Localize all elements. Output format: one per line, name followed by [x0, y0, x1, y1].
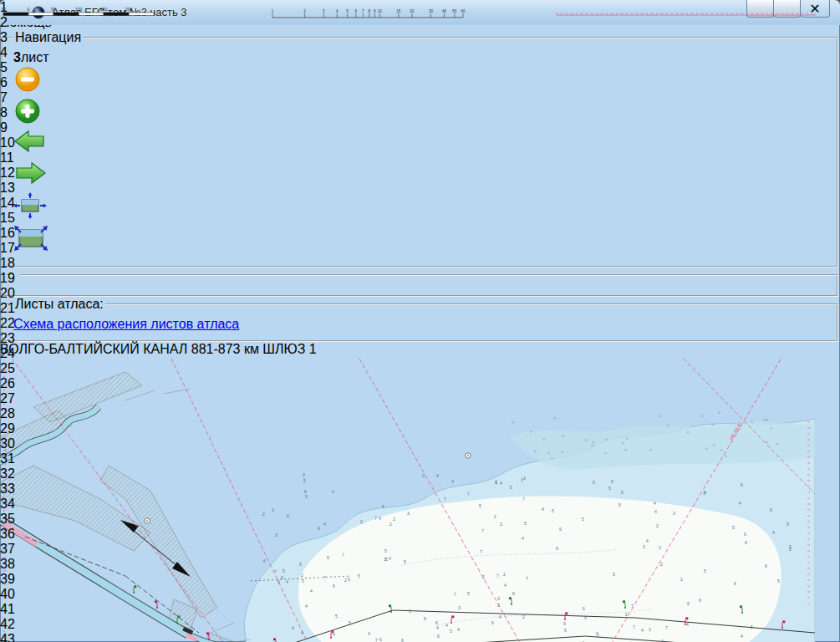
sheet-button-13[interactable]: 13 [0, 181, 840, 196]
app-window: Атлас ЕГС том №3 часть 3 ✕ Файл Помощь Н… [0, 0, 840, 642]
sheet-button-32[interactable]: 32 [0, 466, 840, 482]
svg-text:5: 5 [346, 9, 349, 13]
atlas-sheets-group: Листы атласа: 12345678910111213141516171… [2, 297, 838, 342]
sheet-button-21[interactable]: 21 [0, 301, 840, 316]
sheet-button-9[interactable]: 9 [0, 120, 840, 135]
sheet-button-39[interactable]: 39 [0, 572, 840, 587]
svg-text:15: 15 [396, 9, 401, 13]
sheet-button-6[interactable]: 6 [0, 75, 840, 90]
sheet-button-18[interactable]: 18 [0, 256, 840, 271]
sheet-button-26[interactable]: 26 [0, 376, 840, 391]
svg-text:20: 20 [410, 9, 415, 13]
svg-text:50: 50 [2, 7, 6, 12]
sheet-button-8[interactable]: 8 [0, 105, 840, 120]
sheet-button-43[interactable]: 43 [0, 632, 840, 642]
svg-text:1: 1 [272, 9, 274, 13]
svg-text:10: 10 [378, 9, 383, 13]
sheet-button-19[interactable]: 19 [0, 271, 840, 286]
log-scale-bar: 1 2 3 4 5 6 7 8 9 10 15 20 30 40 50 60 [269, 7, 478, 20]
sheet-button-29[interactable]: 29 [0, 421, 840, 436]
distance-scale-bar [555, 7, 818, 20]
svg-text:8: 8 [369, 9, 371, 13]
svg-text:9: 9 [374, 9, 376, 13]
sheet-button-4[interactable]: 4 [0, 45, 840, 60]
sheet-button-33[interactable]: 33 [0, 482, 840, 497]
sheet-button-11[interactable]: 11 [0, 150, 840, 166]
sheet-button-27[interactable]: 27 [0, 391, 840, 406]
svg-text:6: 6 [355, 9, 358, 13]
sheet-button-42[interactable]: 42 [0, 617, 840, 632]
sheet-button-16[interactable]: 16 [0, 226, 840, 241]
sheet-button-24[interactable]: 24 [0, 346, 840, 361]
sheet-button-14[interactable]: 14 [0, 196, 840, 211]
sheet-button-17[interactable]: 17 [0, 241, 840, 256]
svg-text:50: 50 [452, 9, 457, 13]
sheet-button-12[interactable]: 12 [0, 166, 840, 181]
svg-text:2: 2 [303, 9, 306, 13]
svg-text:7: 7 [362, 9, 364, 13]
sheet-button-41[interactable]: 41 [0, 602, 840, 617]
svg-text:30: 30 [429, 9, 434, 13]
sheet-button-5[interactable]: 5 [0, 60, 840, 75]
svg-text:3: 3 [323, 9, 325, 13]
svg-text:40: 40 [442, 9, 447, 13]
svg-text:100: 100 [75, 7, 83, 12]
sheet-button-38[interactable]: 38 [0, 557, 840, 572]
sheet-buttons-container: 1234567891011121314151617181920212223242… [0, 0, 840, 642]
sheet-button-15[interactable]: 15 [0, 211, 840, 226]
sheet-button-7[interactable]: 7 [0, 90, 840, 105]
svg-text:0: 0 [28, 7, 30, 12]
sheet-button-23[interactable]: 23 [0, 331, 840, 346]
sheet-button-25[interactable]: 25 [0, 361, 840, 376]
sheet-button-37[interactable]: 37 [0, 542, 840, 557]
sheet-button-10[interactable]: 10 [0, 135, 840, 150]
sheet-button-31[interactable]: 31 [0, 451, 840, 466]
sheet-button-20[interactable]: 20 [0, 286, 840, 301]
svg-text:50: 50 [51, 7, 56, 12]
linear-scale-bar: 50 0 50 100 150 200 [2, 5, 177, 20]
sheet-button-28[interactable]: 28 [0, 406, 840, 421]
sheet-button-30[interactable]: 30 [0, 436, 840, 451]
sheet-button-40[interactable]: 40 [0, 587, 840, 602]
sheet-button-3[interactable]: 3 [0, 30, 840, 45]
sheet-button-34[interactable]: 34 [0, 497, 840, 512]
sheet-button-22[interactable]: 22 [0, 316, 840, 331]
sheet-button-35[interactable]: 35 [0, 512, 840, 527]
client-area: Навигация 3лист [0, 30, 840, 642]
svg-text:200: 200 [125, 7, 133, 12]
sheet-button-36[interactable]: 36 [0, 527, 840, 542]
svg-text:60: 60 [461, 9, 466, 13]
svg-text:4: 4 [336, 9, 339, 13]
svg-text:150: 150 [100, 7, 108, 12]
